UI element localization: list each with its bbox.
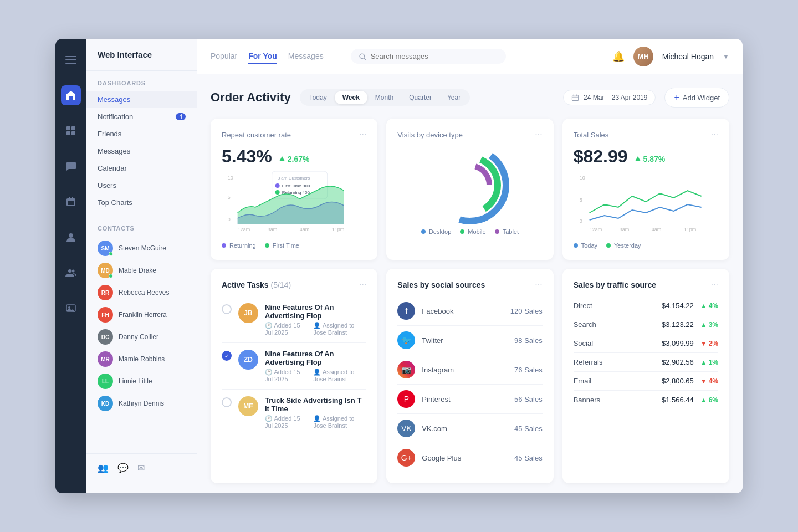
contact-item[interactable]: MR Mamie Robbins (86, 348, 197, 370)
bell-icon[interactable]: 🔔 (612, 50, 625, 63)
social-platform-icon: 🐦 (397, 331, 415, 349)
sidebar-item-notification[interactable]: Notification 4 (86, 108, 197, 125)
svg-text:8 am Customers: 8 am Customers (278, 176, 310, 181)
chat-icon[interactable] (61, 156, 81, 176)
sidebar-item-label: Notification (98, 112, 133, 121)
hamburger-icon[interactable] (61, 50, 81, 70)
filter-month[interactable]: Month (367, 91, 401, 104)
contact-item[interactable]: SM Steven McGuire (86, 237, 197, 259)
contact-avatar: DC (98, 329, 113, 345)
task-checkbox[interactable] (222, 304, 232, 314)
task-info: Nine Features Of An Advertising Flop 🕑 A… (265, 303, 366, 336)
traffic-amount: $3,123.22 (662, 320, 694, 329)
widget-menu-icon[interactable]: ··· (359, 280, 366, 290)
sidebar-item-users[interactable]: Users (86, 177, 197, 194)
home-icon[interactable] (61, 85, 81, 105)
tab-for-you[interactable]: For You (248, 49, 277, 64)
search-bar[interactable] (351, 49, 506, 64)
widget-menu-icon[interactable]: ··· (711, 280, 718, 290)
contact-avatar: SM (98, 241, 113, 256)
legend-returning: Returning (222, 242, 256, 249)
social-item: P Pinterest 56 Sales (397, 385, 542, 414)
tab-popular[interactable]: Popular (211, 49, 237, 64)
add-widget-button[interactable]: + Add Widget (664, 88, 729, 108)
social-platform-name: Twitter (422, 336, 508, 345)
traffic-title: Sales by traffic source (574, 280, 656, 289)
widget-menu-icon[interactable]: ··· (535, 280, 542, 290)
sidebar-item-label: Messages (98, 95, 130, 104)
svg-text:10: 10 (579, 175, 585, 181)
task-checkbox-checked[interactable]: ✓ (222, 351, 232, 361)
task-checkbox[interactable] (222, 397, 232, 407)
contact-item[interactable]: KD Kathryn Dennis (86, 392, 197, 415)
search-input[interactable] (371, 52, 498, 60)
sidebar-item-messages[interactable]: Messages (86, 91, 197, 108)
users-icon[interactable] (61, 263, 81, 283)
traffic-change: ▲ 6% (700, 396, 718, 404)
filter-quarter[interactable]: Quarter (401, 91, 439, 104)
user-icon[interactable] (61, 227, 81, 247)
sidebar-item-calendar[interactable]: Calendar (86, 160, 197, 177)
task-title: Nine Features Of An Advertising Flop (265, 303, 366, 320)
sidebar-item-label: Top Charts (98, 198, 132, 207)
task-assigned: 👤 Assigned to Jose Brainst (313, 322, 366, 336)
filter-tabs: Today Week Month Quarter Year (300, 89, 470, 106)
filter-today[interactable]: Today (301, 91, 335, 104)
svg-text:First Time 300: First Time 300 (282, 183, 310, 188)
traffic-change: ▲ 1% (700, 359, 718, 366)
contact-item[interactable]: DC Danny Collier (86, 326, 197, 348)
image-icon[interactable] (61, 298, 81, 318)
date-range[interactable]: 24 Mar – 23 Apr 2019 (563, 90, 656, 105)
social-platform-name: Instagram (422, 366, 508, 374)
svg-point-9 (72, 270, 75, 273)
social-list: f Facebook 120 Sales 🐦 Twitter 98 Sales … (397, 296, 542, 472)
contact-item[interactable]: MD Mable Drake (86, 259, 197, 282)
widget-menu-icon[interactable]: ··· (359, 130, 366, 140)
social-item: 📷 Instagram 76 Sales (397, 355, 542, 385)
notification-badge: 4 (176, 113, 186, 120)
calendar-icon[interactable] (61, 192, 81, 212)
sidebar-item-label: Messages (98, 147, 130, 155)
traffic-item: Email $2,800.65 ▼ 4% (574, 372, 718, 391)
filter-week[interactable]: Week (335, 91, 367, 104)
nav-divider (337, 49, 337, 64)
task-info: Nine Features Of An Advertising Flop 🕑 A… (265, 350, 366, 382)
widget-header: Repeat customer rate ··· (222, 130, 366, 140)
contacts-label: Contacts (86, 225, 197, 237)
svg-marker-35 (635, 156, 641, 161)
task-assigned: 👤 Assigned to Jose Brainst (313, 369, 366, 382)
legend-dot (265, 243, 269, 248)
svg-rect-3 (66, 126, 70, 130)
group-icon[interactable]: 👥 (98, 463, 109, 473)
legend-yesterday: Yesterday (606, 242, 641, 249)
tab-messages[interactable]: Messages (288, 49, 324, 64)
grid-icon[interactable] (61, 121, 81, 141)
widget-title: Visits by device type (397, 131, 463, 139)
traffic-source: Search (574, 320, 662, 329)
widget-menu-icon[interactable]: ··· (535, 130, 542, 140)
task-assigned: 👤 Assigned to Jose Brainst (313, 415, 366, 429)
message-bottom-icon[interactable]: 💬 (117, 463, 129, 473)
traffic-change: ▲ 3% (700, 321, 718, 329)
sidebar-item-friends[interactable]: Friends (86, 125, 197, 142)
contact-item[interactable]: LL Linnie Little (86, 370, 197, 392)
filter-year[interactable]: Year (439, 91, 468, 104)
chevron-down-icon[interactable]: ▼ (723, 53, 729, 60)
nav-tabs: Popular For You Messages (211, 49, 324, 64)
traffic-change: ▼ 4% (700, 377, 718, 385)
svg-point-8 (68, 269, 71, 273)
traffic-item: Social $3,099.99 ▼ 2% (574, 334, 718, 353)
mail-icon[interactable]: ✉ (137, 463, 145, 473)
sidebar-item-messages2[interactable]: Messages (86, 142, 197, 160)
contact-item[interactable]: FH Franklin Herrera (86, 304, 197, 326)
add-widget-label: Add Widget (683, 94, 720, 102)
social-platform-icon: P (397, 390, 415, 408)
task-item: ✓ ZD Nine Features Of An Advertising Flo… (222, 343, 366, 390)
repeat-customer-widget: Repeat customer rate ··· 5.43% 2.67% (211, 119, 377, 260)
legend-label: Returning (229, 242, 256, 249)
widget-menu-icon[interactable]: ··· (711, 130, 718, 140)
sidebar-item-top-charts[interactable]: Top Charts (86, 194, 197, 211)
legend-dot (606, 243, 611, 248)
social-sales-count: 98 Sales (514, 336, 543, 345)
contact-item[interactable]: RR Rebecca Reeves (86, 282, 197, 304)
